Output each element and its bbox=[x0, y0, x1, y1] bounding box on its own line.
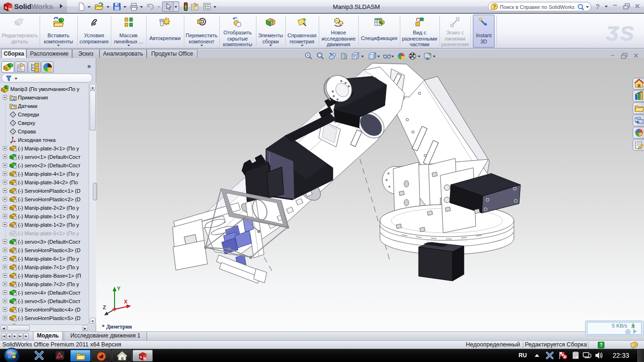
svg-text:S: S bbox=[5, 6, 8, 10]
svg-text:Y: Y bbox=[117, 286, 121, 291]
svg-text:A: A bbox=[12, 97, 15, 101]
svg-text:Z: Z bbox=[103, 304, 106, 310]
svg-text:S: S bbox=[140, 355, 142, 359]
svg-text:X: X bbox=[124, 299, 128, 304]
svg-text:W: W bbox=[8, 7, 12, 11]
svg-text:W: W bbox=[143, 357, 147, 360]
